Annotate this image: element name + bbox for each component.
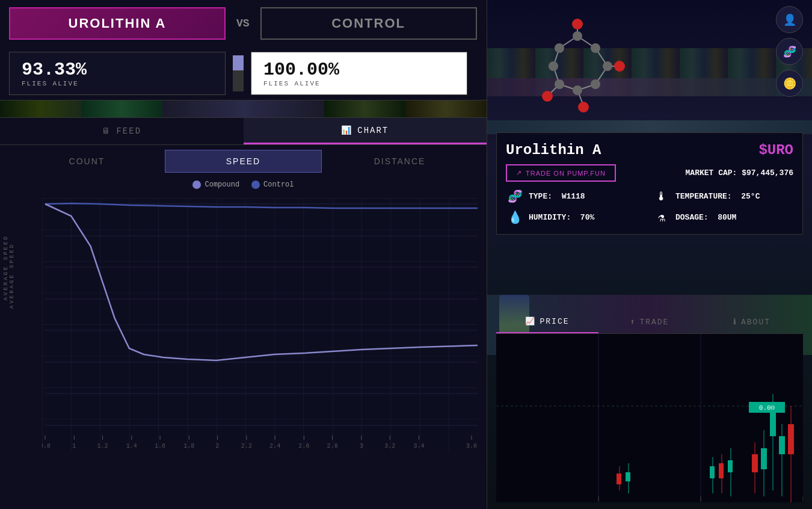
right-panel: 👤 🧬 🪙 Urolithin A $URO ↗ TRADE ON PUMP.F…	[487, 0, 812, 509]
svg-point-70	[542, 91, 553, 102]
market-cap-label: MARKET CAP:	[686, 168, 737, 177]
svg-text:1.2: 1.2	[97, 443, 108, 449]
y-axis-title: AVERAGE SPEED	[3, 235, 9, 300]
svg-text:3.4: 3.4	[413, 443, 424, 449]
type-text: TYPE: W1118	[529, 192, 585, 201]
chart-label: CHART	[357, 126, 389, 135]
svg-text:2.2: 2.2	[241, 443, 252, 449]
tab-about[interactable]: ℹ ABOUT	[701, 310, 803, 333]
tabs-row: 🖥 FEED 📊 CHART	[0, 118, 487, 145]
stats-row: 93.33% FLIES ALIVE 100.00% FLIES ALIVE	[0, 47, 487, 100]
metric-row: COUNT SPEED DISTANCE	[0, 145, 487, 177]
tab-trade[interactable]: ⬆ TRADE	[598, 310, 701, 333]
svg-point-60	[573, 31, 582, 41]
svg-text:3.6: 3.6	[466, 443, 477, 449]
humidity-value: 70%	[580, 213, 594, 222]
bottom-tabs: 📈 PRICE ⬆ TRADE ℹ ABOUT	[496, 310, 803, 509]
control-legend-label: Control	[263, 180, 294, 189]
token-symbol: $URO	[758, 142, 793, 158]
svg-text:1.6: 1.6	[155, 443, 165, 449]
svg-point-69	[614, 61, 625, 72]
bottom-tab-row: 📈 PRICE ⬆ TRADE ℹ ABOUT	[496, 310, 803, 334]
tab-chart[interactable]: 📊 CHART	[244, 118, 487, 144]
trade-tab-label: TRADE	[639, 318, 669, 327]
chart-icon: 📊	[341, 125, 352, 135]
info-card-header: Urolithin A $URO	[506, 142, 793, 158]
svg-rect-89	[728, 460, 733, 472]
control-button[interactable]: CONTROL	[260, 7, 477, 40]
svg-rect-85	[761, 448, 767, 469]
info-card: Urolithin A $URO ↗ TRADE ON PUMP.FUN MAR…	[496, 132, 803, 235]
compound-pct: 93.33%	[22, 60, 87, 80]
svg-rect-95	[626, 472, 630, 481]
temp-label: TEMPERATURE:	[675, 192, 732, 201]
svg-point-61	[591, 43, 600, 53]
vs-label: VS	[232, 17, 254, 29]
svg-text:0.8: 0.8	[42, 443, 51, 449]
candlestick-svg: 0.00	[496, 334, 803, 502]
svg-point-63	[591, 79, 600, 89]
dosage-icon: ⚗	[653, 210, 671, 225]
about-icon: ℹ	[733, 317, 737, 327]
compound-name: Urolithin A	[506, 142, 601, 158]
humidity-label: HUMIDITY:	[529, 213, 571, 222]
trade-btn-label: TRADE ON PUMP.FUN	[526, 170, 606, 177]
dosage-stat: ⚗ DOSAGE: 80UM	[653, 210, 793, 225]
strip-4	[324, 100, 405, 117]
tab-feed[interactable]: 🖥 FEED	[0, 118, 244, 144]
token-icon-btn[interactable]: 🪙	[776, 70, 803, 97]
feed-icon: 🖥	[102, 126, 111, 136]
feed-label: FEED	[116, 126, 141, 136]
compound-sublabel: FLIES ALIVE	[22, 80, 87, 87]
humidity-icon: 💧	[506, 210, 524, 225]
price-tab-label: PRICE	[540, 317, 569, 326]
control-sublabel: FLIES ALIVE	[263, 80, 339, 87]
about-tab-label: ABOUT	[741, 318, 770, 327]
tab-price[interactable]: 📈 PRICE	[496, 310, 598, 333]
dosage-text: DOSAGE: 80UM	[675, 213, 736, 222]
temp-icon: 🌡	[653, 190, 671, 204]
speed-button[interactable]: SPEED	[165, 150, 322, 173]
chart-svg: 1.00 0.90 0.80 0.70 0.60 0.50 0.40 0.30 …	[42, 198, 478, 451]
pump-icon: ↗	[516, 169, 522, 177]
temp-text: TEMPERATURE: 25°C	[675, 192, 760, 201]
svg-point-66	[549, 61, 558, 71]
y-axis-label: AVERAGE SPEED	[9, 303, 15, 309]
dna-icon-btn[interactable]: 🧬	[776, 38, 803, 65]
svg-text:1: 1	[72, 443, 76, 449]
legend-compound: Compound	[192, 180, 239, 189]
svg-rect-87	[752, 454, 758, 472]
legend-row: Compound Control	[0, 177, 487, 192]
compound-legend-label: Compound	[205, 180, 239, 189]
profile-icon-btn[interactable]: 👤	[776, 6, 803, 33]
svg-point-67	[555, 43, 564, 53]
svg-text:2: 2	[216, 443, 220, 449]
type-label: TYPE:	[529, 192, 552, 201]
svg-text:2.8: 2.8	[327, 443, 338, 449]
scroll-bar[interactable]	[233, 55, 244, 91]
count-button[interactable]: COUNT	[9, 150, 165, 172]
svg-point-65	[555, 79, 564, 89]
strip-5	[405, 100, 487, 117]
market-cap: MARKET CAP: $97,445,376	[686, 168, 793, 177]
compound-button[interactable]: UROLITHIN A	[9, 7, 226, 40]
svg-text:1.8: 1.8	[183, 443, 194, 449]
stats-grid: 🧬 TYPE: W1118 🌡 TEMPERATURE: 25°C 💧 HUMI…	[506, 189, 793, 225]
svg-rect-79	[770, 412, 776, 436]
distance-button[interactable]: DISTANCE	[322, 150, 478, 172]
svg-rect-72	[496, 334, 803, 502]
trade-row: ↗ TRADE ON PUMP.FUN MARKET CAP: $97,445,…	[506, 164, 793, 182]
trade-icon: ⬆	[630, 317, 636, 327]
strip-3	[162, 100, 325, 117]
svg-rect-93	[710, 466, 715, 478]
svg-point-62	[603, 61, 612, 71]
type-stat: 🧬 TYPE: W1118	[506, 189, 647, 204]
trade-pump-button[interactable]: ↗ TRADE ON PUMP.FUN	[506, 164, 616, 182]
right-icons: 👤 🧬 🪙	[776, 6, 803, 97]
legend-control: Control	[251, 180, 294, 189]
svg-rect-97	[617, 474, 621, 484]
svg-text:2.6: 2.6	[298, 443, 309, 449]
compound-dot	[192, 180, 201, 189]
molecule-area	[523, 18, 632, 126]
svg-text:3: 3	[360, 443, 363, 449]
